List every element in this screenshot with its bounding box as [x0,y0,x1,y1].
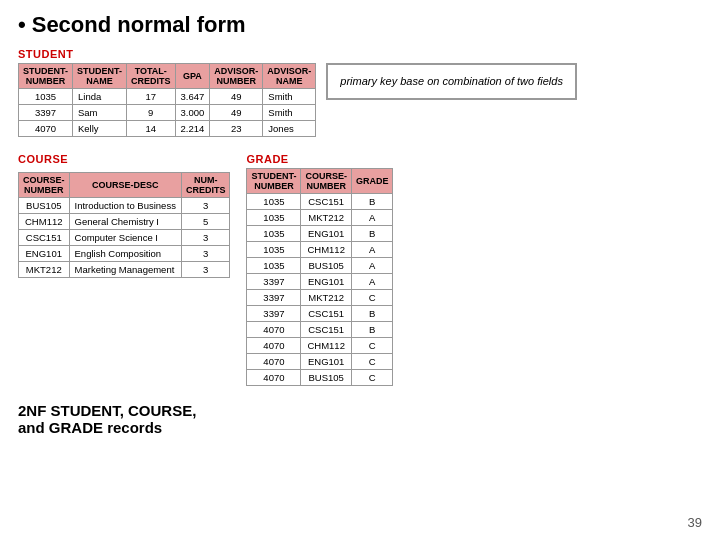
student-cell: 2.214 [175,121,210,137]
bottom-label-area: 2NF STUDENT, COURSE,and GRADE records [18,402,702,436]
grade-cell: ENG101 [301,354,352,370]
grade-cell: A [351,258,393,274]
grade-cell: CHM112 [301,242,352,258]
grade-section: GRADE STUDENT-NUMBER COURSE-NUMBER GRADE… [246,153,393,386]
page-number: 39 [688,515,702,530]
course-cell: CSC151 [19,230,70,246]
course-table: COURSE-NUMBER COURSE-DESC NUM-CREDITS BU… [18,172,230,278]
grade-cell: CHM112 [301,338,352,354]
grade-col-header: GRADE [351,169,393,194]
course-cell: Marketing Management [69,262,181,278]
student-cell: 17 [127,89,176,105]
content-area: STUDENT STUDENT-NUMBER STUDENT-NAME TOTA… [18,48,702,436]
grade-cell: 4070 [247,322,301,338]
grade-cell: 3397 [247,274,301,290]
grade-cell: A [351,210,393,226]
grade-label: GRADE [246,153,393,165]
gpa-header: GPA [175,64,210,89]
student-cell: 3.000 [175,105,210,121]
grade-cell: 1035 [247,210,301,226]
student-cell: 3.647 [175,89,210,105]
course-cell: 5 [181,214,230,230]
grade-cell: 3397 [247,290,301,306]
student-name-header: STUDENT-NAME [73,64,127,89]
grade-cell: BUS105 [301,258,352,274]
course-cell: Computer Science I [69,230,181,246]
student-cell: 9 [127,105,176,121]
grade-cell: MKT212 [301,290,352,306]
left-bottom: COURSE COURSE-NUMBER COURSE-DESC NUM-CRE… [18,153,230,386]
course-num-header: COURSE-NUMBER [19,173,70,198]
course-cell: MKT212 [19,262,70,278]
grade-cell: B [351,194,393,210]
grade-cell: MKT212 [301,210,352,226]
course-cell: 3 [181,246,230,262]
grade-cell: ENG101 [301,226,352,242]
student-cell: 4070 [19,121,73,137]
grade-cell: B [351,322,393,338]
student-cell: 1035 [19,89,73,105]
advisor-name-header: ADVISOR-NAME [263,64,316,89]
bottom-section: COURSE COURSE-NUMBER COURSE-DESC NUM-CRE… [18,153,702,386]
course-cell: 3 [181,198,230,214]
primary-key-note: primary key base on combination of two f… [326,63,577,100]
course-cell: English Composition [69,246,181,262]
student-col-header: STUDENT-NUMBER [19,64,73,89]
student-cell: 49 [210,105,263,121]
course-cell: CHM112 [19,214,70,230]
student-cell: Linda [73,89,127,105]
student-table-wrap: STUDENT-NUMBER STUDENT-NAME TOTAL-CREDIT… [18,63,316,137]
grade-cell: CSC151 [301,306,352,322]
grade-cell: A [351,242,393,258]
student-cell: Smith [263,105,316,121]
course-label: COURSE [18,153,230,165]
student-cell: 14 [127,121,176,137]
bottom-text: 2NF STUDENT, COURSE,and GRADE records [18,402,702,436]
course-cell: 3 [181,230,230,246]
grade-cell: C [351,354,393,370]
grade-cell: 1035 [247,242,301,258]
student-table: STUDENT-NUMBER STUDENT-NAME TOTAL-CREDIT… [18,63,316,137]
course-cell: BUS105 [19,198,70,214]
course-cell: Introduction to Business [69,198,181,214]
course-cell: 3 [181,262,230,278]
grade-cell: BUS105 [301,370,352,386]
grade-cell: 4070 [247,354,301,370]
student-cell: 49 [210,89,263,105]
grade-cell: C [351,370,393,386]
num-credits-header: NUM-CREDITS [181,173,230,198]
grade-cell: 3397 [247,306,301,322]
student-cell: 3397 [19,105,73,121]
grade-cell: B [351,306,393,322]
top-row: STUDENT-NUMBER STUDENT-NAME TOTAL-CREDIT… [18,63,702,149]
student-cell: Smith [263,89,316,105]
grade-cell: B [351,226,393,242]
grade-cell: CSC151 [301,194,352,210]
grade-cell: ENG101 [301,274,352,290]
grade-cell: C [351,290,393,306]
grade-cell: 4070 [247,370,301,386]
student-cell: Sam [73,105,127,121]
page-title: •Second normal form [18,12,702,38]
grade-table: STUDENT-NUMBER COURSE-NUMBER GRADE 1035C… [246,168,393,386]
credits-header: TOTAL-CREDITS [127,64,176,89]
student-cell: Jones [263,121,316,137]
grade-cell: 1035 [247,226,301,242]
grade-cell: CSC151 [301,322,352,338]
student-label: STUDENT [18,48,702,60]
advisor-num-header: ADVISOR-NUMBER [210,64,263,89]
grade-cell: 1035 [247,194,301,210]
grade-student-header: STUDENT-NUMBER [247,169,301,194]
bullet: • [18,12,26,37]
course-desc-header: COURSE-DESC [69,173,181,198]
student-cell: Kelly [73,121,127,137]
grade-cell: A [351,274,393,290]
grade-cell: 1035 [247,258,301,274]
course-cell: ENG101 [19,246,70,262]
page-container: •Second normal form STUDENT STUDENT-NUMB… [0,0,720,448]
grade-cell: C [351,338,393,354]
student-cell: 23 [210,121,263,137]
grade-course-header: COURSE-NUMBER [301,169,352,194]
grade-cell: 4070 [247,338,301,354]
course-cell: General Chemistry I [69,214,181,230]
